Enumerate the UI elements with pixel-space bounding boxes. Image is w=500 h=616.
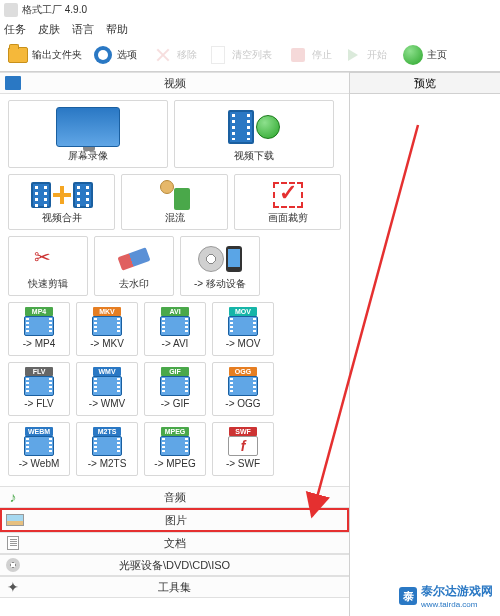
label: -> MPEG [154,457,195,471]
globe-icon [256,115,280,139]
film-icon [31,182,51,208]
tb-output-folder[interactable]: 输出文件夹 [4,44,85,66]
tb-start[interactable]: 开始 [339,44,390,66]
label: -> MOV [226,337,261,351]
tb-output-label: 输出文件夹 [32,48,82,62]
tile-mkv[interactable]: MKV-> MKV [76,302,138,356]
label: 视频合并 [42,211,82,225]
tb-start-label: 开始 [367,48,387,62]
eraser-icon [118,247,151,270]
film-icon [73,182,93,208]
label: 快速剪辑 [28,277,68,291]
menu-skin[interactable]: 皮肤 [38,22,60,37]
label: -> WebM [19,457,60,471]
tb-stop-label: 停止 [312,48,332,62]
cat-audio[interactable]: ♪ 音频 [0,486,349,508]
tile-screen-record[interactable]: 屏幕录像 [8,100,168,168]
label: -> GIF [161,397,190,411]
toolbar: 输出文件夹 选项 移除 清空列表 停止 开始 主页 [0,38,500,72]
tag: WEBM [25,427,53,436]
tile-mpeg[interactable]: MPEG-> MPEG [144,422,206,476]
tile-mp4[interactable]: MP4-> MP4 [8,302,70,356]
tb-options-label: 选项 [117,48,137,62]
label: 去水印 [119,277,149,291]
crop-icon [273,182,303,208]
tag: MKV [93,307,121,316]
video-grid: 屏幕录像 视频下载 视频合并 混流 画面裁剪 [0,94,349,486]
tile-ogg[interactable]: OGG-> OGG [212,362,274,416]
folder-icon [7,44,29,66]
tile-webm[interactable]: WEBM-> WebM [8,422,70,476]
tile-mov[interactable]: MOV-> MOV [212,302,274,356]
tag: SWF [229,427,257,436]
label: 混流 [165,211,185,225]
cat-image[interactable]: 图片 [0,508,349,532]
cat-toolkit[interactable]: ✦ 工具集 [0,576,349,598]
delete-icon [152,44,174,66]
cat-document-label: 文档 [26,536,349,551]
tb-home-label: 主页 [427,48,447,62]
preview-tab[interactable]: 预览 [350,72,500,94]
watermark: 泰 泰尔达游戏网 www.tairda.com [396,582,496,610]
tile-m2ts[interactable]: M2TS-> M2TS [76,422,138,476]
label: -> AVI [162,337,189,351]
label: -> 移动设备 [194,277,246,291]
tile-mix[interactable]: 混流 [121,174,228,230]
menu-task[interactable]: 任务 [4,22,26,37]
tb-remove-label: 移除 [177,48,197,62]
tile-video-download[interactable]: 视频下载 [174,100,334,168]
tb-home[interactable]: 主页 [399,44,450,66]
tb-stop[interactable]: 停止 [284,44,335,66]
tile-gif[interactable]: GIF-> GIF [144,362,206,416]
tile-avi[interactable]: AVI-> AVI [144,302,206,356]
separator [279,43,280,67]
tb-options[interactable]: 选项 [89,44,140,66]
tb-clear[interactable]: 清空列表 [204,44,275,66]
tag: FLV [25,367,53,376]
preview-label: 预览 [414,76,436,91]
cat-toolkit-label: 工具集 [26,580,349,595]
right-panel: 预览 [350,72,500,616]
globe-icon [402,44,424,66]
tb-clear-label: 清空列表 [232,48,272,62]
cat-video[interactable]: 视频 [0,72,349,94]
label: -> MKV [90,337,124,351]
music-note-icon: ♪ [0,489,26,505]
cat-disc[interactable]: 光驱设备\DVD\CD\ISO [0,554,349,576]
tile-flv[interactable]: FLV-> FLV [8,362,70,416]
tag: OGG [229,367,257,376]
tile-quick-cut[interactable]: 快速剪辑 [8,236,88,296]
tile-remove-watermark[interactable]: 去水印 [94,236,174,296]
label: -> FLV [24,397,54,411]
tag: GIF [161,367,189,376]
play-icon [342,44,364,66]
cat-document[interactable]: 文档 [0,532,349,554]
tile-swf[interactable]: SWFf-> SWF [212,422,274,476]
convert-icon [160,180,190,210]
tile-video-merge[interactable]: 视频合并 [8,174,115,230]
document-icon [0,536,26,550]
tag: MPEG [161,427,189,436]
watermark-site-url: www.tairda.com [421,600,493,609]
monitor-icon [56,107,120,147]
clear-icon [207,44,229,66]
tag: MOV [229,307,257,316]
separator [394,43,395,67]
label: -> WMV [89,397,125,411]
cat-disc-label: 光驱设备\DVD\CD\ISO [26,558,349,573]
film-icon [228,110,254,144]
phone-icon [226,246,242,272]
tag: WMV [93,367,121,376]
photo-icon [2,514,28,526]
flash-icon: f [228,436,258,456]
tile-wmv[interactable]: WMV-> WMV [76,362,138,416]
menu-help[interactable]: 帮助 [106,22,128,37]
menu-lang[interactable]: 语言 [72,22,94,37]
tile-mobile[interactable]: -> 移动设备 [180,236,260,296]
label: 画面裁剪 [268,211,308,225]
tb-remove[interactable]: 移除 [149,44,200,66]
tools-icon: ✦ [0,579,26,595]
disc-icon [198,246,224,272]
tile-crop[interactable]: 画面裁剪 [234,174,341,230]
tag: M2TS [93,427,121,436]
